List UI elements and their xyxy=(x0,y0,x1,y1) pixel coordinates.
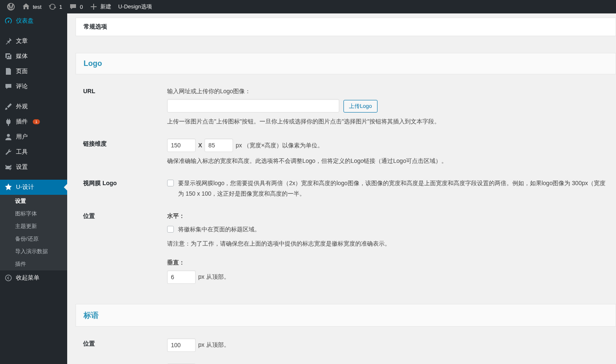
pos-h-center-text: 将徽标集中在页面的标题区域。 xyxy=(178,224,260,235)
updates-link[interactable]: 1 xyxy=(45,0,66,13)
dim-times: X xyxy=(198,140,202,151)
upload-logo-button[interactable]: 上传Logo xyxy=(343,100,377,113)
menu-collapse-label: 收起菜单 xyxy=(16,274,39,282)
dim-unit: px （宽度×高度）以像素为单位。 xyxy=(236,140,323,151)
udesign-options-link[interactable]: U-Design选项 xyxy=(115,0,155,13)
plugin-icon xyxy=(4,118,13,126)
row-slogan-position: 位置 px 从顶部。 px 从左边。输入 0 到 400 之间的数字。 xyxy=(76,338,616,364)
menu-settings-label: 设置 xyxy=(16,163,28,171)
label-slogan-position: 位置 xyxy=(83,338,167,348)
submenu-backup[interactable]: 备份/还原 xyxy=(0,233,67,245)
slogan-top-unit: px 从顶部。 xyxy=(198,340,230,350)
menu-plugins-label: 插件 xyxy=(16,118,28,126)
pos-v-label: 垂直： xyxy=(167,259,185,266)
pin-icon xyxy=(4,37,13,45)
menu-plugins[interactable]: 插件 1 xyxy=(0,114,67,129)
center-logo-checkbox[interactable] xyxy=(167,226,174,233)
wp-logo[interactable] xyxy=(3,0,18,13)
menu-dashboard-label: 仪表盘 xyxy=(16,17,34,25)
menu-comments[interactable]: 评论 xyxy=(0,79,67,94)
section-logo-title: Logo xyxy=(76,53,616,74)
logo-top-input[interactable] xyxy=(167,270,196,284)
star-icon xyxy=(4,183,13,191)
label-position: 位置 xyxy=(83,211,167,220)
comments-icon xyxy=(4,82,13,91)
logo-url-input[interactable] xyxy=(167,99,339,113)
comments-count: 0 xyxy=(80,4,83,10)
menu-tools[interactable]: 工具 xyxy=(0,144,67,160)
user-icon xyxy=(4,133,13,141)
menu-collapse[interactable]: 收起菜单 xyxy=(0,270,67,285)
menu-dashboard[interactable]: 仪表盘 xyxy=(0,13,67,29)
menu-appearance[interactable]: 外观 xyxy=(0,99,67,114)
comment-icon xyxy=(69,3,77,11)
logo-height-input[interactable] xyxy=(204,139,233,152)
wrench-icon xyxy=(4,148,13,156)
row-logo-dimensions: 链接维度 X px （宽度×高度）以像素为单位。 确保准确输入标志的宽度和高度。… xyxy=(76,139,616,178)
admin-bar: test 1 0 新建 U-Design选项 xyxy=(0,0,616,13)
comments-link[interactable]: 0 xyxy=(66,0,86,13)
retina-checkbox[interactable] xyxy=(167,180,174,186)
submenu-import-demo[interactable]: 导入演示数据 xyxy=(0,245,67,258)
wordpress-icon xyxy=(7,3,15,11)
submenu-plugins[interactable]: 插件 xyxy=(0,258,67,270)
site-name-text: test xyxy=(33,4,42,10)
pos-h-note: 请注意：为了工作，请确保您在上面的选项中提供的标志宽度是徽标宽度的准确表示。 xyxy=(167,239,608,249)
url-hint: 输入网址或上传你的Logo图像： xyxy=(167,86,608,97)
submenu-theme-update[interactable]: 主题更新 xyxy=(0,220,67,233)
menu-pages-label: 页面 xyxy=(16,68,28,75)
update-icon xyxy=(48,3,57,11)
menu-pages[interactable]: 页面 xyxy=(0,64,67,79)
retina-desc: 要显示视网膜logo，您需要提供具有两倍（2x）宽度和高度的logo图像，该图像… xyxy=(178,178,608,199)
menu-posts-label: 文章 xyxy=(16,37,28,45)
url-desc: 上传一张图片点击"上传图标"按钮。一旦你上传或选择你的图片点击"选择图片"按钮将… xyxy=(167,117,608,127)
menu-users-label: 用户 xyxy=(16,133,28,141)
brush-icon xyxy=(4,102,13,111)
plugins-badge: 1 xyxy=(33,119,40,124)
section-slogan-title: 标语 xyxy=(76,304,616,327)
menu-udesign[interactable]: U-设计 xyxy=(0,180,67,195)
row-logo-url: URL 输入网址或上传你的Logo图像： 上传Logo 上传一张图片点击"上传图… xyxy=(76,86,616,139)
collapse-icon xyxy=(4,274,13,282)
main-content: 常规选项 Logo URL 输入网址或上传你的Logo图像： 上传Logo 上传… xyxy=(67,13,616,364)
udesign-label: U-Design选项 xyxy=(118,3,152,10)
udesign-submenu: 设置 图标字体 主题更新 备份/还原 导入演示数据 插件 xyxy=(0,195,67,270)
admin-sidebar: 仪表盘 文章 媒体 页面 评论 外观 插件 1 用户 工具 设置 U-设计 xyxy=(0,13,67,364)
submenu-icon-fonts[interactable]: 图标字体 xyxy=(0,207,67,220)
new-label: 新建 xyxy=(100,3,111,10)
slogan-top-input[interactable] xyxy=(167,338,196,352)
label-dimensions: 链接维度 xyxy=(83,139,167,148)
plus-icon xyxy=(89,3,98,11)
label-url: URL xyxy=(83,86,167,94)
row-retina-logo: 视网膜 Logo 要显示视网膜logo，您需要提供具有两倍（2x）宽度和高度的l… xyxy=(76,178,616,211)
submenu-settings[interactable]: 设置 xyxy=(0,195,67,207)
menu-media-label: 媒体 xyxy=(16,52,28,60)
menu-tools-label: 工具 xyxy=(16,148,28,156)
menu-users[interactable]: 用户 xyxy=(0,129,67,144)
menu-appearance-label: 外观 xyxy=(16,103,28,110)
sliders-icon xyxy=(4,163,13,171)
svg-point-0 xyxy=(5,275,11,281)
panel-header: 常规选项 xyxy=(76,18,616,36)
home-icon xyxy=(22,3,30,11)
media-icon xyxy=(4,52,13,60)
page-icon xyxy=(4,67,13,76)
site-home[interactable]: test xyxy=(18,0,45,13)
menu-comments-label: 评论 xyxy=(16,83,28,90)
updates-count: 1 xyxy=(59,4,62,10)
dim-desc: 确保准确输入标志的宽度和高度。此选项将不会调整Logo，但将定义的Logo链接（… xyxy=(167,156,608,166)
new-content[interactable]: 新建 xyxy=(86,0,115,13)
logo-width-input[interactable] xyxy=(167,139,196,152)
dashboard-icon xyxy=(4,17,13,25)
menu-udesign-label: U-设计 xyxy=(16,183,34,191)
label-retina: 视网膜 Logo xyxy=(83,178,167,187)
menu-posts[interactable]: 文章 xyxy=(0,34,67,49)
pos-h-label: 水平： xyxy=(167,212,185,219)
menu-settings[interactable]: 设置 xyxy=(0,160,67,175)
row-logo-position: 位置 水平： 将徽标集中在页面的标题区域。 请注意：为了工作，请确保您在上面的选… xyxy=(76,211,616,295)
pos-v-unit: px 从顶部。 xyxy=(198,272,230,282)
menu-media[interactable]: 媒体 xyxy=(0,49,67,64)
